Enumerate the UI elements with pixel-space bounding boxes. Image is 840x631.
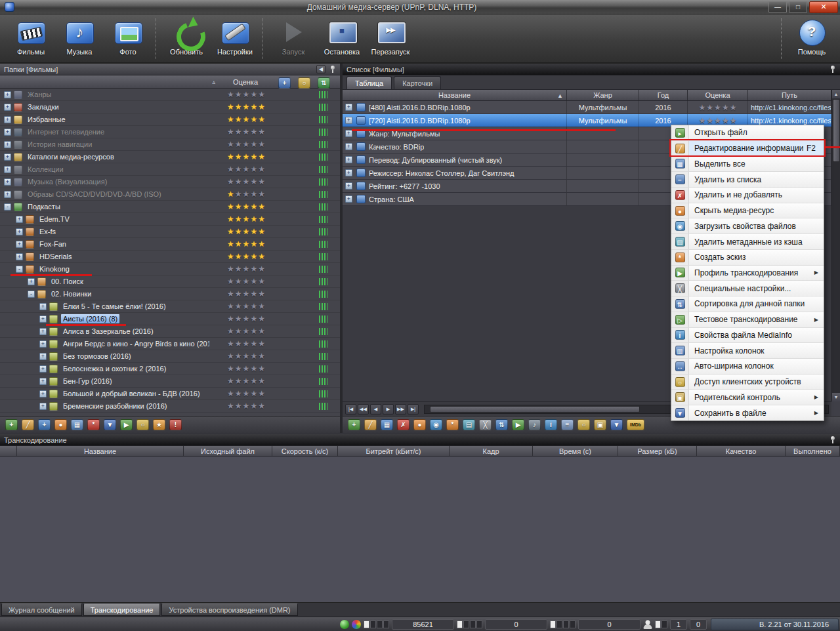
rating-stars[interactable]: ★★★★★ (219, 140, 273, 149)
films-button[interactable]: Фильмы (7, 16, 55, 61)
tree-item[interactable]: +Жанры★★★★★ (0, 89, 340, 101)
tab-table[interactable]: Таблица (346, 76, 392, 89)
rating-stars[interactable]: ★★★★★ (219, 352, 273, 361)
hide-icon[interactable]: ● (413, 419, 426, 430)
rating-stars[interactable]: ★★★★★ (219, 314, 273, 323)
tree-item[interactable]: +Закладки★★★★★ (0, 101, 340, 113)
rating-stars[interactable]: ★★★★★ (219, 302, 273, 311)
tree-item[interactable]: -02. Новинки★★★★★ (0, 288, 340, 300)
tree-item[interactable]: +Бременские разбойники (2016)★★★★★ (0, 400, 340, 413)
bottom-tab-1[interactable]: Транскодирование (83, 603, 161, 616)
scrollbar-thumb[interactable] (430, 406, 640, 413)
collapse-panel-button[interactable]: ◀ (316, 65, 326, 73)
transcoding-column-header[interactable]: Время (с) (533, 446, 618, 456)
rating-stars[interactable]: ★★★★★ (219, 339, 273, 348)
transcoding-column-header[interactable]: Размер (кБ) (618, 446, 697, 456)
column-header-year[interactable]: Год (639, 90, 688, 100)
add-media-resource-icon[interactable]: + (5, 419, 18, 430)
client-devices-icon[interactable]: + (278, 77, 291, 89)
expand-expander[interactable]: + (39, 340, 47, 348)
expand-expander[interactable]: + (345, 169, 352, 176)
column-header-rating[interactable]: Оценка (688, 90, 748, 100)
tree-item[interactable]: +Интернет телевидение★★★★★ (0, 126, 340, 138)
context-menu-item[interactable]: ⇅Сортировка для данной папки (671, 296, 824, 312)
mediainfo-icon[interactable]: i (545, 419, 557, 430)
expand-expander[interactable]: + (4, 166, 11, 173)
favorites-star-icon[interactable]: ★ (153, 419, 165, 430)
tree-item[interactable]: -Подкасты★★★★★ (0, 201, 340, 213)
row-sort-icon[interactable]: ⇅ (318, 77, 330, 89)
transcoding-column-header[interactable]: Выполнено (786, 446, 840, 456)
transcoding-column-header[interactable]: Исходный файл (184, 446, 272, 456)
stop-button[interactable]: Остановка (318, 16, 366, 61)
metadata-icon[interactable]: ▤ (463, 419, 475, 430)
nav-last-button[interactable]: ▶| (408, 404, 419, 415)
expand-expander[interactable]: + (4, 153, 11, 161)
tab-cards[interactable]: Карточки (394, 76, 441, 89)
context-menu-item[interactable]: −Удалить из списка (671, 172, 824, 188)
imdb-icon[interactable]: IMDb (627, 419, 644, 430)
close-button[interactable]: ✕ (809, 1, 838, 13)
pin-icon[interactable] (329, 65, 336, 73)
add-icon[interactable]: + (348, 419, 360, 430)
tree-item[interactable]: +HDSerials★★★★★ (0, 251, 340, 263)
tree-item[interactable]: +Бен-Гур (2016)★★★★★ (0, 375, 340, 388)
context-menu-item[interactable]: ▶Профиль транскодирования▶ (671, 266, 824, 281)
special-settings-icon[interactable]: ╳ (479, 419, 492, 430)
expand-expander[interactable]: + (345, 195, 352, 203)
nav-first-button[interactable]: |◀ (345, 404, 356, 415)
transcoding-column-header[interactable]: Название (17, 446, 184, 456)
minimize-button[interactable]: — (768, 1, 787, 13)
expand-expander[interactable]: + (39, 316, 47, 323)
rating-stars[interactable]: ★★★★★ (219, 202, 273, 211)
rating-stars[interactable]: ★★★★★ (219, 102, 273, 112)
context-menu-item[interactable]: ✗Удалить и не добавлять (671, 188, 824, 203)
tree-name-column-header[interactable]: ▵ (0, 79, 218, 85)
rating-stars[interactable]: ★★★★★ (219, 289, 273, 298)
rating-stars[interactable]: ★★★★★ (219, 389, 273, 398)
rating-stars[interactable]: ★★★★★ (219, 115, 273, 124)
context-menu-item[interactable]: ▥Настройка колонок (671, 343, 824, 359)
context-menu-item[interactable]: ○Доступ клиентских устройств (671, 375, 824, 390)
tree-item[interactable]: +Каталоги медиа-ресурсов★★★★★ (0, 151, 340, 163)
access-key-icon[interactable]: ○ (298, 77, 310, 89)
select-all-icon[interactable]: ▦ (381, 419, 393, 430)
rating-column-header[interactable]: Оценка (218, 78, 273, 86)
expand-expander[interactable]: + (16, 216, 23, 223)
expand-expander[interactable]: + (39, 303, 47, 310)
rating-stars[interactable]: ★★★★★ (219, 165, 273, 174)
nav-back-button[interactable]: ◀ (370, 404, 381, 415)
expand-expander[interactable]: + (39, 365, 47, 373)
context-menu-item[interactable]: ●Скрыть медиа-ресурс (671, 203, 824, 219)
expand-expander[interactable]: + (345, 117, 352, 124)
rating-stars[interactable]: ★★★★★ (219, 239, 273, 249)
help-button[interactable]: Помощь (788, 16, 836, 61)
expand-expander[interactable]: + (39, 403, 47, 410)
music-button[interactable]: Музыка (55, 16, 104, 61)
export-icon[interactable]: ▶ (120, 419, 133, 430)
lock-icon[interactable]: ▣ (594, 419, 606, 430)
save-icon[interactable]: ▼ (610, 419, 623, 430)
vertical-scrollbar[interactable]: ▲ ▼ (831, 90, 840, 401)
effects-icon[interactable]: * (87, 419, 100, 430)
rating-stars[interactable]: ★★★★★ (219, 252, 273, 261)
rating-stars[interactable]: ★★★★★ (219, 90, 273, 99)
context-menu-item[interactable]: ▼Сохранить в файле▶ (671, 405, 824, 420)
scroll-up-icon[interactable]: ▲ (832, 90, 840, 98)
transcoding-column-header[interactable]: Битрейт (кБит/с) (338, 446, 450, 456)
context-menu-item[interactable]: ▦Выделить все (671, 156, 824, 172)
tree-item[interactable]: +Образы CD/SACD/DVD/DVD-A/BD (ISO)★★★★★ (0, 188, 340, 201)
list-row[interactable]: +[480] Aisti.2016.D.BDRip.1080pМультфиль… (343, 101, 831, 114)
context-menu-item[interactable]: ↔Авто-ширина колонок (671, 359, 824, 375)
table-view-icon[interactable]: ▦ (71, 419, 83, 430)
tree-item[interactable]: +Большой и добрый великан - БДВ (2016)★★… (0, 388, 340, 400)
context-menu-item[interactable]: iСвойства файла MediaInfo (671, 328, 824, 344)
expand-expander[interactable]: + (39, 328, 47, 335)
tree-item[interactable]: +00. Поиск★★★★★ (0, 275, 340, 288)
tree-item[interactable]: +Избранные★★★★★ (0, 113, 340, 126)
expand-expander[interactable]: + (16, 228, 23, 235)
scrollbar-thumb[interactable] (833, 99, 840, 162)
context-menu-item[interactable]: ▤Удалить метаданные из кэша (671, 234, 824, 250)
expand-expander[interactable]: + (4, 91, 11, 98)
transcode-icon[interactable]: ▶ (512, 419, 524, 430)
